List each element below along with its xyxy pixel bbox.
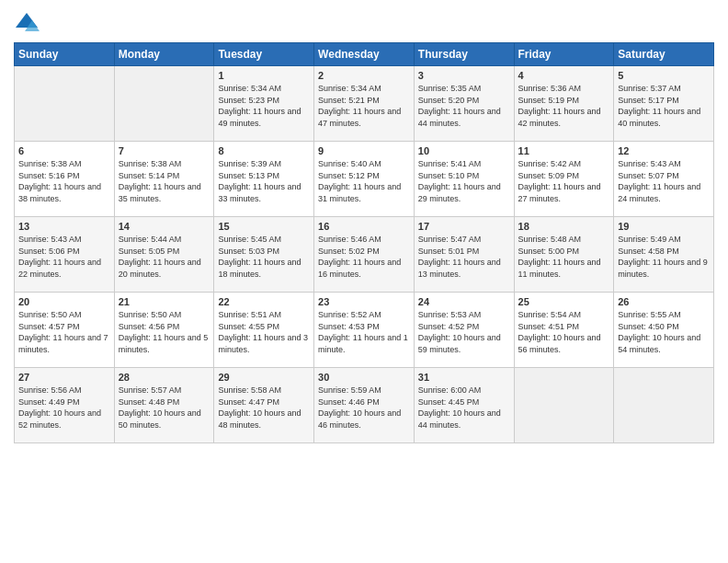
day-info: Sunrise: 5:36 AM Sunset: 5:19 PM Dayligh… — [518, 83, 610, 129]
day-number: 11 — [518, 145, 610, 156]
weekday-header-row: SundayMondayTuesdayWednesdayThursdayFrid… — [15, 43, 714, 66]
day-info: Sunrise: 5:58 AM Sunset: 4:47 PM Dayligh… — [218, 385, 310, 431]
weekday-header-monday: Monday — [114, 43, 214, 66]
day-info: Sunrise: 5:34 AM Sunset: 5:23 PM Dayligh… — [218, 83, 310, 129]
weekday-header-sunday: Sunday — [15, 43, 115, 66]
day-cell: 23Sunrise: 5:52 AM Sunset: 4:53 PM Dayli… — [314, 293, 415, 368]
day-cell: 12Sunrise: 5:43 AM Sunset: 5:07 PM Dayli… — [614, 142, 714, 217]
day-number: 25 — [518, 296, 610, 307]
day-cell: 3Sunrise: 5:35 AM Sunset: 5:20 PM Daylig… — [414, 66, 514, 142]
day-info: Sunrise: 5:43 AM Sunset: 5:07 PM Dayligh… — [618, 158, 710, 204]
day-info: Sunrise: 5:38 AM Sunset: 5:14 PM Dayligh… — [119, 158, 210, 204]
day-number: 5 — [618, 70, 710, 81]
day-number: 8 — [218, 145, 310, 156]
day-cell: 2Sunrise: 5:34 AM Sunset: 5:21 PM Daylig… — [314, 66, 415, 142]
day-info: Sunrise: 5:50 AM Sunset: 4:56 PM Dayligh… — [119, 309, 210, 355]
day-number: 31 — [418, 372, 510, 383]
day-number: 13 — [18, 221, 110, 232]
day-cell: 20Sunrise: 5:50 AM Sunset: 4:57 PM Dayli… — [15, 293, 115, 368]
day-number: 20 — [18, 296, 110, 307]
day-cell: 14Sunrise: 5:44 AM Sunset: 5:05 PM Dayli… — [114, 217, 214, 293]
day-info: Sunrise: 5:41 AM Sunset: 5:10 PM Dayligh… — [418, 158, 510, 204]
day-cell: 11Sunrise: 5:42 AM Sunset: 5:09 PM Dayli… — [514, 142, 614, 217]
day-number: 10 — [418, 145, 510, 156]
day-info: Sunrise: 5:56 AM Sunset: 4:49 PM Dayligh… — [18, 385, 110, 431]
day-info: Sunrise: 5:52 AM Sunset: 4:53 PM Dayligh… — [318, 309, 410, 355]
day-cell: 9Sunrise: 5:40 AM Sunset: 5:12 PM Daylig… — [314, 142, 415, 217]
day-cell — [514, 368, 614, 443]
day-info: Sunrise: 5:40 AM Sunset: 5:12 PM Dayligh… — [318, 158, 410, 204]
day-number: 3 — [418, 70, 510, 81]
day-cell: 21Sunrise: 5:50 AM Sunset: 4:56 PM Dayli… — [114, 293, 214, 368]
day-number: 27 — [18, 372, 110, 383]
day-cell — [614, 368, 714, 443]
day-cell: 10Sunrise: 5:41 AM Sunset: 5:10 PM Dayli… — [414, 142, 514, 217]
day-cell: 17Sunrise: 5:47 AM Sunset: 5:01 PM Dayli… — [414, 217, 514, 293]
day-number: 12 — [618, 145, 710, 156]
day-number: 21 — [119, 296, 210, 307]
day-cell: 19Sunrise: 5:49 AM Sunset: 4:58 PM Dayli… — [614, 217, 714, 293]
day-cell: 28Sunrise: 5:57 AM Sunset: 4:48 PM Dayli… — [114, 368, 214, 443]
day-number: 4 — [518, 70, 610, 81]
day-info: Sunrise: 5:55 AM Sunset: 4:50 PM Dayligh… — [618, 309, 710, 355]
week-row-3: 13Sunrise: 5:43 AM Sunset: 5:06 PM Dayli… — [15, 217, 714, 293]
day-info: Sunrise: 5:44 AM Sunset: 5:05 PM Dayligh… — [119, 234, 210, 280]
day-info: Sunrise: 5:39 AM Sunset: 5:13 PM Dayligh… — [218, 158, 310, 204]
day-cell: 26Sunrise: 5:55 AM Sunset: 4:50 PM Dayli… — [614, 293, 714, 368]
day-cell: 25Sunrise: 5:54 AM Sunset: 4:51 PM Dayli… — [514, 293, 614, 368]
day-number: 22 — [218, 296, 310, 307]
day-info: Sunrise: 5:38 AM Sunset: 5:16 PM Dayligh… — [18, 158, 110, 204]
day-info: Sunrise: 5:46 AM Sunset: 5:02 PM Dayligh… — [318, 234, 410, 280]
day-cell: 6Sunrise: 5:38 AM Sunset: 5:16 PM Daylig… — [15, 142, 115, 217]
day-info: Sunrise: 5:49 AM Sunset: 4:58 PM Dayligh… — [618, 234, 710, 280]
day-cell — [114, 66, 214, 142]
header — [14, 9, 714, 35]
day-cell: 4Sunrise: 5:36 AM Sunset: 5:19 PM Daylig… — [514, 66, 614, 142]
day-number: 14 — [119, 221, 210, 232]
week-row-2: 6Sunrise: 5:38 AM Sunset: 5:16 PM Daylig… — [15, 142, 714, 217]
day-info: Sunrise: 5:57 AM Sunset: 4:48 PM Dayligh… — [119, 385, 210, 431]
day-cell: 29Sunrise: 5:58 AM Sunset: 4:47 PM Dayli… — [214, 368, 314, 443]
day-info: Sunrise: 5:47 AM Sunset: 5:01 PM Dayligh… — [418, 234, 510, 280]
day-number: 2 — [318, 70, 410, 81]
day-number: 23 — [318, 296, 410, 307]
day-cell: 27Sunrise: 5:56 AM Sunset: 4:49 PM Dayli… — [15, 368, 115, 443]
day-number: 28 — [119, 372, 210, 383]
week-row-1: 1Sunrise: 5:34 AM Sunset: 5:23 PM Daylig… — [15, 66, 714, 142]
day-number: 1 — [218, 70, 310, 81]
week-row-5: 27Sunrise: 5:56 AM Sunset: 4:49 PM Dayli… — [15, 368, 714, 443]
day-cell: 8Sunrise: 5:39 AM Sunset: 5:13 PM Daylig… — [214, 142, 314, 217]
day-cell: 30Sunrise: 5:59 AM Sunset: 4:46 PM Dayli… — [314, 368, 415, 443]
day-info: Sunrise: 5:50 AM Sunset: 4:57 PM Dayligh… — [18, 309, 110, 355]
day-cell: 1Sunrise: 5:34 AM Sunset: 5:23 PM Daylig… — [214, 66, 314, 142]
day-info: Sunrise: 5:34 AM Sunset: 5:21 PM Dayligh… — [318, 83, 410, 129]
day-number: 16 — [318, 221, 410, 232]
logo-icon — [14, 9, 40, 35]
day-number: 30 — [318, 372, 410, 383]
day-number: 17 — [418, 221, 510, 232]
day-number: 6 — [18, 145, 110, 156]
day-info: Sunrise: 6:00 AM Sunset: 4:45 PM Dayligh… — [418, 385, 510, 431]
day-info: Sunrise: 5:35 AM Sunset: 5:20 PM Dayligh… — [418, 83, 510, 129]
day-cell: 7Sunrise: 5:38 AM Sunset: 5:14 PM Daylig… — [114, 142, 214, 217]
day-cell — [15, 66, 115, 142]
day-info: Sunrise: 5:53 AM Sunset: 4:52 PM Dayligh… — [418, 309, 510, 355]
week-row-4: 20Sunrise: 5:50 AM Sunset: 4:57 PM Dayli… — [15, 293, 714, 368]
day-cell: 16Sunrise: 5:46 AM Sunset: 5:02 PM Dayli… — [314, 217, 415, 293]
logo — [14, 9, 43, 35]
day-cell: 15Sunrise: 5:45 AM Sunset: 5:03 PM Dayli… — [214, 217, 314, 293]
day-cell: 31Sunrise: 6:00 AM Sunset: 4:45 PM Dayli… — [414, 368, 514, 443]
day-info: Sunrise: 5:43 AM Sunset: 5:06 PM Dayligh… — [18, 234, 110, 280]
day-info: Sunrise: 5:45 AM Sunset: 5:03 PM Dayligh… — [218, 234, 310, 280]
day-info: Sunrise: 5:42 AM Sunset: 5:09 PM Dayligh… — [518, 158, 610, 204]
day-number: 24 — [418, 296, 510, 307]
calendar-table: SundayMondayTuesdayWednesdayThursdayFrid… — [14, 42, 714, 443]
day-cell: 22Sunrise: 5:51 AM Sunset: 4:55 PM Dayli… — [214, 293, 314, 368]
day-info: Sunrise: 5:59 AM Sunset: 4:46 PM Dayligh… — [318, 385, 410, 431]
day-number: 19 — [618, 221, 710, 232]
day-info: Sunrise: 5:51 AM Sunset: 4:55 PM Dayligh… — [218, 309, 310, 355]
calendar-container: SundayMondayTuesdayWednesdayThursdayFrid… — [0, 0, 728, 563]
day-info: Sunrise: 5:48 AM Sunset: 5:00 PM Dayligh… — [518, 234, 610, 280]
day-number: 7 — [119, 145, 210, 156]
day-number: 29 — [218, 372, 310, 383]
